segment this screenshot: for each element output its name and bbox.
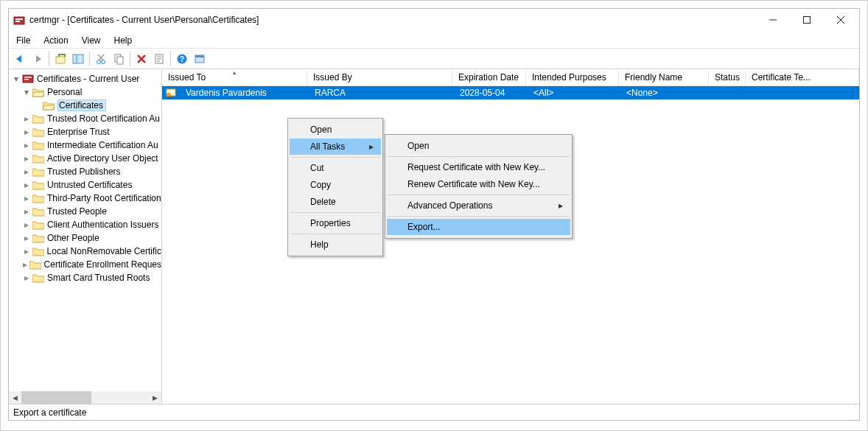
menu-view[interactable]: View: [82, 35, 101, 46]
window-title: certmgr - [Certificates - Current User\P…: [29, 15, 756, 25]
svg-marker-7: [16, 55, 21, 63]
tree-item[interactable]: ▸Intermediate Certification Au: [10, 139, 161, 152]
col-issued-to[interactable]: Issued To▴: [162, 70, 307, 85]
svg-marker-38: [32, 155, 44, 163]
ctx-delete[interactable]: Delete: [290, 194, 381, 210]
svg-marker-46: [29, 262, 41, 269]
ctx-cut[interactable]: Cut: [290, 160, 381, 176]
delete-button[interactable]: [133, 51, 150, 67]
folder-icon: [32, 153, 44, 164]
help-button[interactable]: ?: [174, 51, 190, 67]
sub-open[interactable]: Open: [387, 138, 570, 154]
sort-asc-icon: ▴: [233, 70, 236, 76]
sub-request-cert[interactable]: Request Certificate with New Key...: [387, 159, 570, 175]
col-friendly[interactable]: Friendly Name: [619, 70, 709, 85]
col-template[interactable]: Certificate Te...: [746, 70, 859, 85]
tree-item[interactable]: ▸Third-Party Root Certification: [10, 192, 161, 205]
sub-advanced-ops[interactable]: Advanced Operations▶: [387, 197, 570, 214]
table-row[interactable]: Vardenis Pavardenis RARCA 2028-05-04 <Al…: [162, 86, 859, 99]
folder-icon: [32, 246, 44, 256]
tree-item[interactable]: ▸Local NonRemovable Certific: [10, 245, 161, 258]
tree-hscrollbar[interactable]: ◀ ▶: [9, 391, 161, 404]
app-window: certmgr - [Certificates - Current User\P…: [8, 8, 860, 421]
svg-point-12: [97, 60, 101, 63]
tree-label: Intermediate Certification Au: [47, 140, 158, 150]
toolbar-separator: [49, 52, 49, 66]
sub-export[interactable]: Export...: [387, 219, 570, 235]
menu-help[interactable]: Help: [114, 35, 133, 46]
expand-icon[interactable]: ▸: [22, 273, 31, 282]
folder-icon: [32, 206, 44, 217]
expand-icon[interactable]: ▸: [22, 127, 31, 136]
expand-icon[interactable]: ▸: [22, 167, 31, 176]
cert-root-icon: [22, 73, 34, 85]
expand-icon[interactable]: ▸: [22, 154, 31, 163]
forward-button[interactable]: [29, 51, 46, 67]
ctx-copy[interactable]: Copy: [290, 177, 381, 193]
menu-action[interactable]: Action: [43, 35, 68, 46]
menu-divider: [290, 157, 380, 158]
context-submenu: Open Request Certificate with New Key...…: [385, 134, 573, 239]
tree-label: Certificates: [57, 99, 106, 111]
tree-item[interactable]: ▸Enterprise Trust: [10, 125, 161, 139]
expand-icon[interactable]: ▸: [22, 234, 31, 242]
expand-icon[interactable]: ▾: [12, 74, 21, 83]
ctx-all-tasks[interactable]: All Tasks▶: [290, 139, 381, 155]
tree-item[interactable]: ▸Active Directory User Object: [10, 152, 161, 165]
expand-icon[interactable]: ▸: [22, 260, 28, 269]
ctx-open[interactable]: Open: [290, 122, 381, 138]
col-status[interactable]: Status: [709, 70, 746, 85]
cell-expiration: 2028-05-04: [454, 88, 528, 98]
options-button[interactable]: [192, 51, 208, 67]
svg-rect-29: [24, 77, 32, 78]
expand-icon[interactable]: ▸: [22, 114, 31, 123]
tree-item-personal[interactable]: ▾ Personal: [10, 85, 161, 99]
tree-item[interactable]: ▸Smart Card Trusted Roots: [10, 271, 161, 284]
ctx-properties[interactable]: Properties: [290, 215, 381, 231]
cut-button[interactable]: [93, 51, 109, 67]
tree-item[interactable]: ▸Trusted Publishers: [10, 165, 161, 178]
col-expiration[interactable]: Expiration Date: [452, 70, 526, 85]
expand-icon[interactable]: ▸: [22, 207, 31, 216]
close-button[interactable]: [824, 10, 858, 30]
tree-item[interactable]: ▸Certificate Enrollment Reques: [10, 258, 161, 271]
tree-item[interactable]: ▸Trusted Root Certification Au: [10, 112, 161, 125]
copy-button[interactable]: [111, 51, 127, 67]
expand-icon[interactable]: ▸: [22, 181, 31, 189]
cell-issued-to: Vardenis Pavardenis: [180, 88, 309, 98]
toolbar-separator: [130, 52, 130, 66]
svg-marker-36: [32, 129, 44, 136]
tree-item[interactable]: ▸Trusted People: [10, 205, 161, 218]
scroll-thumb[interactable]: [21, 391, 91, 404]
expand-icon[interactable]: ▸: [22, 220, 31, 229]
tree-item[interactable]: ▸Untrusted Certificates: [10, 178, 161, 192]
menu-file[interactable]: File: [16, 35, 30, 46]
up-button[interactable]: [52, 51, 69, 67]
tree-item[interactable]: ▸Client Authentication Issuers: [10, 218, 161, 231]
scroll-right-icon[interactable]: ▶: [149, 391, 161, 404]
folder-icon: [32, 140, 44, 150]
expand-icon[interactable]: ▾: [22, 88, 31, 97]
tree-item-certificates[interactable]: Certificates: [10, 99, 161, 112]
scroll-track[interactable]: [21, 391, 149, 404]
maximize-button[interactable]: [790, 10, 824, 30]
tree-item[interactable]: ▸Other People: [10, 231, 161, 245]
minimize-button[interactable]: [756, 10, 790, 30]
expand-icon[interactable]: ▸: [22, 141, 31, 150]
svg-rect-1: [15, 18, 23, 20]
scroll-left-icon[interactable]: ◀: [9, 391, 21, 404]
expand-icon[interactable]: ▸: [22, 194, 31, 203]
ctx-help[interactable]: Help: [290, 236, 381, 253]
col-purposes[interactable]: Intended Purposes: [526, 70, 619, 85]
back-button[interactable]: [12, 51, 28, 67]
sub-renew-cert[interactable]: Renew Certificate with New Key...: [387, 176, 570, 192]
tree-label: Third-Party Root Certification: [47, 193, 161, 203]
tree-root[interactable]: ▾ Certificates - Current User: [10, 72, 161, 85]
col-issued-by[interactable]: Issued By: [307, 70, 452, 85]
tree-label: Certificates - Current User: [37, 74, 139, 84]
properties-button[interactable]: [151, 51, 167, 67]
expand-icon[interactable]: ▸: [22, 247, 31, 256]
toolbar: ?: [9, 49, 859, 69]
list-header: Issued To▴ Issued By Expiration Date Int…: [162, 70, 859, 86]
show-hide-tree-button[interactable]: [70, 51, 86, 67]
